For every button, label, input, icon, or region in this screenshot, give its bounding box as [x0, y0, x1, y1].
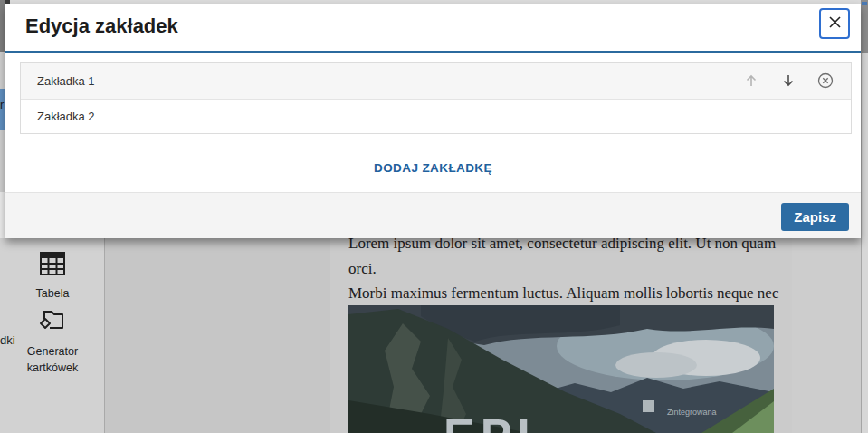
photo-logo-dot: [643, 400, 654, 412]
bookmark-label: Zakładka 1: [37, 74, 95, 88]
bookmark-row[interactable]: Zakładka 2: [21, 100, 851, 133]
bookmarks-list: Zakładka 1: [20, 62, 852, 134]
photo-logo-text: EPI: [444, 412, 536, 433]
page-scrollbar[interactable]: [861, 0, 868, 433]
bookmark-row[interactable]: Zakładka 1: [21, 63, 851, 100]
photo-logo-subtext: Zintegrowana: [667, 408, 717, 417]
sidebar-item-label: Tabela: [36, 287, 70, 300]
content-right-margin: [792, 238, 861, 433]
edit-bookmarks-dialog: Edycja zakładek Zakładka 1: [5, 4, 861, 238]
move-down-icon[interactable]: [779, 72, 797, 90]
dialog-title: Edycja zakładek: [25, 14, 178, 38]
title-divider: [5, 51, 861, 53]
scrollbar-thumb[interactable]: [861, 0, 868, 53]
sidebar-item-tabela[interactable]: Tabela: [14, 252, 91, 301]
move-up-icon[interactable]: [742, 72, 760, 90]
table-icon: [14, 252, 91, 279]
dialog-footer: Zapisz: [5, 192, 861, 238]
add-bookmark-container: DODAJ ZAKŁADKĘ: [5, 159, 861, 176]
quiz-generator-icon: [14, 308, 91, 337]
lesson-content: Lorem ipsum dolor sit amet, consectetur …: [330, 238, 792, 433]
scrollbar-top-mark: [862, 2, 867, 5]
remove-icon[interactable]: [816, 72, 835, 90]
save-button[interactable]: Zapisz: [781, 203, 849, 231]
paragraph-line: Lorem ipsum dolor sit amet, consectetur …: [348, 231, 781, 281]
bookmark-label: Zakładka 2: [37, 110, 95, 123]
close-icon: [828, 15, 842, 33]
paragraph-line: Morbi maximus fermentum luctus. Aliquam …: [348, 281, 781, 306]
close-button[interactable]: [819, 8, 850, 39]
sidebar-item-generator-kartkowek[interactable]: Generator kartkówek: [14, 308, 91, 375]
add-bookmark-button[interactable]: DODAJ ZAKŁADKĘ: [374, 161, 492, 175]
mountains-photo: EPI Zintegrowana: [348, 305, 774, 433]
sidebar-item-label: Generator kartkówek: [27, 345, 78, 374]
